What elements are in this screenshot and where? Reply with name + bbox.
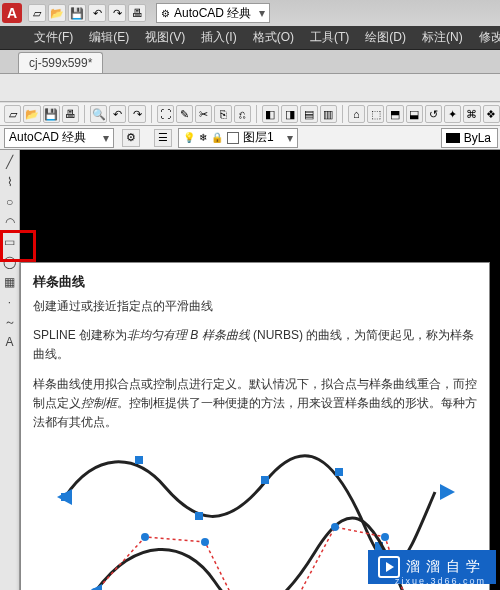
redo-icon[interactable]: ↷	[108, 4, 126, 22]
color-swatch-icon	[446, 133, 460, 143]
ribbon-spacer	[0, 74, 500, 102]
spline-tooltip: 样条曲线 创建通过或接近指定点的平滑曲线 SPLINE 创建称为非均匀有理 B …	[20, 262, 490, 590]
menu-tools[interactable]: 工具(T)	[304, 27, 355, 48]
tb-search-icon[interactable]: 🔍	[90, 105, 107, 123]
tool-point-icon[interactable]: ·	[2, 294, 18, 310]
lock-icon: 🔒	[211, 132, 223, 143]
tb-tool-icon[interactable]: ▥	[320, 105, 337, 123]
tb-tool-icon[interactable]: ⬚	[367, 105, 384, 123]
watermark-url: zixue.3d66.com	[395, 576, 486, 586]
tb-redo-icon[interactable]: ↷	[128, 105, 145, 123]
ws-settings-icon[interactable]: ⚙	[122, 129, 140, 147]
standard-toolbar: ▱ 📂 💾 🖶 🔍 ↶ ↷ ⛶ ✎ ✂ ⎘ ⎌ ◧ ◨ ▤ ▥ ⌂ ⬚ ⬒ ⬓ …	[0, 102, 500, 126]
tb-tool-icon[interactable]: ◧	[262, 105, 279, 123]
tooltip-para1: SPLINE 创建称为非均匀有理 B 样条曲线 (NURBS) 的曲线，为简便起…	[33, 326, 477, 364]
document-tab-bar: cj-599x599*	[0, 50, 500, 74]
separator	[256, 105, 257, 123]
watermark-brand: 溜溜自学	[406, 558, 486, 576]
workspace-dropdown[interactable]: AutoCAD 经典	[4, 128, 114, 148]
menu-draw[interactable]: 绘图(D)	[359, 27, 412, 48]
menu-file[interactable]: 文件(F)	[28, 27, 79, 48]
tb-tool-icon[interactable]: ▤	[300, 105, 317, 123]
tb-tool-icon[interactable]: ↺	[425, 105, 442, 123]
tb-tool-icon[interactable]: ✎	[176, 105, 193, 123]
tool-arc-icon[interactable]: ◠	[2, 214, 18, 230]
svg-rect-2	[195, 512, 203, 520]
title-bar: A ▱ 📂 💾 ↶ ↷ 🖶 ⚙ AutoCAD 经典	[0, 0, 500, 26]
draw-toolbar: ╱ ⌇ ○ ◠ ▭ ◯ ▦ · ～ A	[0, 150, 20, 590]
save-icon[interactable]: 💾	[68, 4, 86, 22]
freeze-icon: ❄	[199, 132, 207, 143]
tb-undo-icon[interactable]: ↶	[109, 105, 126, 123]
highlight-box	[0, 230, 36, 262]
layer-dropdown[interactable]: 💡 ❄ 🔒 图层1	[178, 128, 298, 148]
layer-name: 图层1	[243, 129, 274, 146]
workspace-label: AutoCAD 经典	[174, 5, 251, 22]
tb-tool-icon[interactable]: ⎘	[214, 105, 231, 123]
new-icon[interactable]: ▱	[28, 4, 46, 22]
tb-open-icon[interactable]: 📂	[23, 105, 40, 123]
svg-rect-3	[261, 476, 269, 484]
quick-access-toolbar: ▱ 📂 💾 ↶ ↷ 🖶	[28, 4, 146, 22]
svg-rect-1	[135, 456, 143, 464]
svg-marker-6	[440, 484, 455, 500]
tb-save-icon[interactable]: 💾	[43, 105, 60, 123]
print-icon[interactable]: 🖶	[128, 4, 146, 22]
svg-marker-7	[57, 489, 72, 505]
workspace-dropdown-label: AutoCAD 经典	[9, 129, 86, 146]
tb-tool-icon[interactable]: ⬒	[386, 105, 403, 123]
color-bylayer-label: ByLa	[464, 131, 491, 145]
separator	[151, 105, 152, 123]
separator	[342, 105, 343, 123]
tool-hatch-icon[interactable]: ▦	[2, 274, 18, 290]
menu-annotate[interactable]: 标注(N)	[416, 27, 469, 48]
menu-modify[interactable]: 修改	[473, 27, 500, 48]
workspace-layer-toolbar: AutoCAD 经典 ⚙ ☰ 💡 ❄ 🔒 图层1 ByLa	[0, 126, 500, 150]
tool-circle-icon[interactable]: ○	[2, 194, 18, 210]
tb-tool-icon[interactable]: ❖	[483, 105, 500, 123]
tb-tool-icon[interactable]: ✂	[195, 105, 212, 123]
document-tab-active[interactable]: cj-599x599*	[18, 52, 103, 73]
tool-line-icon[interactable]: ╱	[2, 154, 18, 170]
workspace-selector[interactable]: ⚙ AutoCAD 经典	[156, 3, 270, 23]
tb-tool-icon[interactable]: ◨	[281, 105, 298, 123]
tooltip-summary: 创建通过或接近指定点的平滑曲线	[33, 297, 477, 316]
open-icon[interactable]: 📂	[48, 4, 66, 22]
menu-format[interactable]: 格式(O)	[247, 27, 300, 48]
tb-new-icon[interactable]: ▱	[4, 105, 21, 123]
svg-point-14	[381, 533, 389, 541]
svg-point-10	[201, 538, 209, 546]
separator	[84, 105, 85, 123]
tb-print-icon[interactable]: 🖶	[62, 105, 79, 123]
tb-tool-icon[interactable]: ⎌	[234, 105, 251, 123]
tool-polyline-icon[interactable]: ⌇	[2, 174, 18, 190]
menu-insert[interactable]: 插入(I)	[195, 27, 242, 48]
tb-tool-icon[interactable]: ✦	[444, 105, 461, 123]
menu-bar: 文件(F) 编辑(E) 视图(V) 插入(I) 格式(O) 工具(T) 绘图(D…	[0, 26, 500, 50]
menu-edit[interactable]: 编辑(E)	[83, 27, 135, 48]
watermark-badge: 溜溜自学 zixue.3d66.com	[368, 550, 496, 584]
tb-tool-icon[interactable]: ⌘	[463, 105, 480, 123]
gear-icon: ⚙	[161, 8, 170, 19]
svg-point-9	[141, 533, 149, 541]
layer-color-swatch	[227, 132, 239, 144]
app-logo[interactable]: A	[2, 3, 22, 23]
undo-icon[interactable]: ↶	[88, 4, 106, 22]
tooltip-para2: 样条曲线使用拟合点或控制点进行定义。默认情况下，拟合点与样条曲线重合，而控制点定…	[33, 375, 477, 433]
tb-tool-icon[interactable]: ⬓	[406, 105, 423, 123]
color-bylayer-dropdown[interactable]: ByLa	[441, 128, 498, 148]
layer-manager-icon[interactable]: ☰	[154, 129, 172, 147]
tb-tool-icon[interactable]: ⌂	[348, 105, 365, 123]
tool-text-icon[interactable]: A	[2, 334, 18, 350]
tool-spline-icon[interactable]: ～	[2, 314, 18, 330]
svg-rect-4	[335, 468, 343, 476]
menu-view[interactable]: 视图(V)	[139, 27, 191, 48]
layer-controls: ☰ 💡 ❄ 🔒 图层1	[154, 128, 298, 148]
tooltip-title: 样条曲线	[33, 273, 477, 291]
play-icon	[378, 556, 400, 578]
svg-point-13	[331, 523, 339, 531]
tb-tool-icon[interactable]: ⛶	[157, 105, 174, 123]
bulb-icon: 💡	[183, 132, 195, 143]
